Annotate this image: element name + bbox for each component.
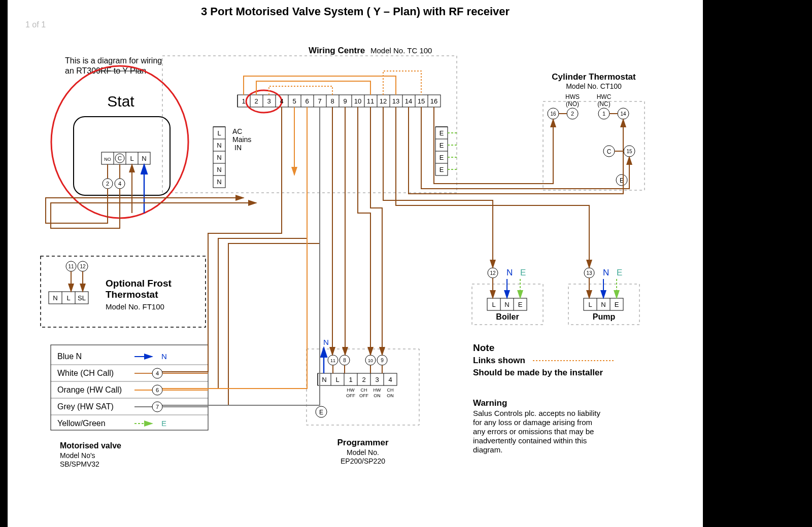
svg-text:12: 12 — [490, 270, 496, 276]
svg-text:E: E — [518, 301, 523, 308]
svg-text:N: N — [161, 352, 167, 361]
svg-text:E: E — [319, 409, 323, 416]
svg-text:Boiler: Boiler — [496, 312, 519, 321]
svg-text:Optional Frost: Optional Frost — [106, 278, 172, 289]
stat-terminals: NO C L N — [101, 152, 150, 164]
svg-text:6: 6 — [305, 97, 309, 105]
svg-text:SL: SL — [78, 294, 86, 302]
svg-text:12: 12 — [380, 97, 387, 105]
svg-text:SB/SPMV32: SB/SPMV32 — [60, 460, 99, 468]
svg-text:E: E — [439, 154, 444, 161]
svg-text:Yellow/Green: Yellow/Green — [57, 419, 106, 428]
svg-text:(NC): (NC) — [597, 100, 610, 108]
svg-text:Model No. FT100: Model No. FT100 — [106, 302, 164, 311]
svg-text:9: 9 — [343, 97, 347, 105]
svg-text:Model No's: Model No's — [60, 451, 95, 460]
svg-text:12: 12 — [80, 264, 86, 269]
svg-text:Cylinder Thermostat: Cylinder Thermostat — [552, 72, 636, 82]
pump: L N E Pump 13 N E — [568, 268, 639, 325]
svg-text:E: E — [439, 166, 444, 173]
svg-text:OFF: OFF — [359, 393, 368, 398]
svg-text:3: 3 — [267, 97, 270, 105]
svg-text:OFF: OFF — [346, 393, 355, 398]
svg-text:HWC: HWC — [597, 93, 612, 100]
svg-text:2: 2 — [254, 97, 258, 105]
svg-text:2: 2 — [106, 181, 109, 187]
svg-text:E: E — [617, 268, 622, 277]
svg-text:IN: IN — [234, 144, 242, 152]
svg-text:8: 8 — [343, 358, 346, 363]
svg-text:1: 1 — [602, 111, 605, 117]
svg-text:7: 7 — [318, 97, 321, 105]
svg-text:Motorised valve: Motorised valve — [60, 441, 121, 450]
svg-text:E: E — [439, 142, 444, 149]
svg-text:CH: CH — [387, 388, 394, 393]
svg-text:E: E — [615, 301, 619, 308]
note-block: Note Links shown Should be made by the i… — [473, 342, 614, 454]
svg-text:N: N — [322, 376, 326, 383]
svg-text:Orange (HW Call): Orange (HW Call) — [57, 385, 122, 394]
svg-text:White (CH Call): White (CH Call) — [57, 369, 114, 377]
svg-text:15: 15 — [418, 97, 425, 105]
svg-text:Model No. CT100: Model No. CT100 — [566, 82, 622, 90]
svg-text:diagram.: diagram. — [473, 445, 502, 454]
mv-rows: Blue NNWhite (CH Call)4Orange (HW Call)6… — [51, 352, 208, 428]
page: 1 of 1 3 Port Motorised Valve System ( Y… — [0, 0, 812, 527]
svg-text:7: 7 — [156, 404, 159, 410]
frost-thermostat: Optional Frost Thermostat Model No. FT10… — [41, 256, 206, 327]
svg-text:inadvertently contained within: inadvertently contained within this — [473, 436, 587, 445]
svg-text:2: 2 — [362, 376, 365, 383]
svg-text:N: N — [142, 155, 146, 162]
wiring-centre-heading: Wiring Centre — [309, 46, 365, 55]
svg-text:15: 15 — [626, 149, 632, 154]
svg-text:L: L — [66, 294, 70, 302]
svg-text:Warning: Warning — [473, 398, 507, 408]
svg-text:NO: NO — [104, 157, 111, 162]
svg-text:13: 13 — [392, 97, 399, 105]
stat-intro1: This is a diagram for wiring — [65, 56, 162, 65]
svg-text:N: N — [53, 294, 57, 302]
svg-text:any errors or omissions that m: any errors or omissions that may be — [473, 427, 594, 436]
svg-text:Pump: Pump — [593, 312, 616, 321]
svg-text:C: C — [607, 148, 612, 155]
svg-text:8: 8 — [330, 97, 334, 105]
svg-text:ON: ON — [374, 393, 381, 398]
boiler: L N E Boiler 12 N E — [472, 268, 543, 325]
svg-text:4: 4 — [388, 376, 392, 383]
svg-text:Mains: Mains — [232, 135, 251, 144]
svg-text:N: N — [323, 338, 329, 346]
svg-text:11: 11 — [330, 358, 335, 363]
svg-text:Thermostat: Thermostat — [106, 289, 158, 300]
svg-text:AC: AC — [232, 127, 242, 135]
stat-label: Stat — [107, 93, 134, 110]
svg-text:13: 13 — [586, 270, 592, 276]
svg-text:Model No.: Model No. — [347, 448, 379, 456]
svg-text:E: E — [520, 268, 526, 277]
svg-text:E: E — [161, 419, 166, 428]
svg-text:16: 16 — [430, 97, 437, 105]
svg-text:Grey (HW SAT): Grey (HW SAT) — [57, 402, 114, 411]
wiring-centre-model: Model No. TC 100 — [370, 46, 432, 55]
svg-text:4: 4 — [280, 97, 283, 105]
svg-text:4: 4 — [156, 370, 159, 376]
svg-text:3: 3 — [375, 376, 379, 383]
svg-text:(NO): (NO) — [566, 100, 579, 108]
svg-text:L: L — [588, 301, 592, 308]
svg-text:14: 14 — [620, 111, 626, 117]
svg-text:L: L — [130, 155, 133, 162]
svg-text:N: N — [217, 178, 221, 186]
svg-text:Links shown: Links shown — [473, 356, 525, 365]
svg-text:N: N — [217, 142, 221, 149]
svg-text:2: 2 — [571, 111, 574, 117]
svg-text:N: N — [504, 301, 509, 308]
svg-text:10: 10 — [368, 358, 373, 363]
svg-text:N: N — [603, 268, 609, 277]
svg-text:9: 9 — [381, 358, 384, 363]
wires-orange — [152, 71, 421, 389]
svg-text:HW: HW — [347, 388, 355, 393]
svg-text:11: 11 — [68, 264, 74, 269]
svg-text:Salus Controls plc. accepts no: Salus Controls plc. accepts no liability — [473, 409, 600, 417]
svg-text:4: 4 — [118, 181, 121, 187]
svg-text:N: N — [217, 166, 221, 173]
wires-earth — [448, 133, 457, 169]
